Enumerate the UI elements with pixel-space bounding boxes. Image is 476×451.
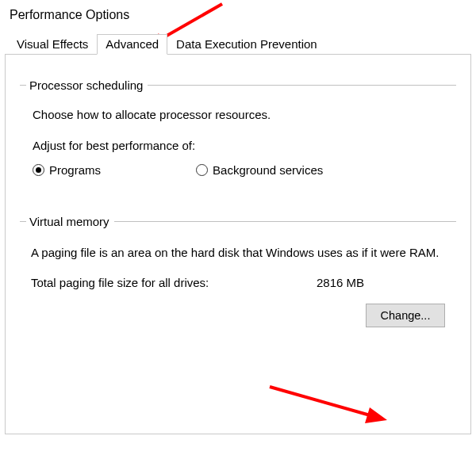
- total-paging-size-value: 2816 MB: [317, 276, 364, 289]
- change-button[interactable]: Change...: [366, 304, 445, 327]
- group-processor-scheduling: Processor scheduling Choose how to alloc…: [20, 78, 456, 183]
- group-legend-processor-scheduling: Processor scheduling: [26, 78, 148, 92]
- group-virtual-memory: Virtual memory A paging file is an area …: [20, 215, 456, 337]
- window-title: Performance Options: [0, 0, 476, 29]
- processor-scheduling-description: Choose how to allocate processor resourc…: [33, 108, 450, 121]
- tab-data-execution-prevention[interactable]: Data Execution Prevention: [167, 34, 326, 55]
- tab-visual-effects[interactable]: Visual Effects: [8, 34, 97, 55]
- radio-background-services[interactable]: Background services: [196, 163, 323, 177]
- radio-dot-icon: [33, 164, 44, 176]
- tab-strip: Visual Effects Advanced Data Execution P…: [5, 33, 476, 54]
- tab-panel-advanced: Processor scheduling Choose how to alloc…: [5, 54, 471, 434]
- adjust-performance-label: Adjust for best performance of:: [33, 139, 450, 152]
- tab-advanced[interactable]: Advanced: [97, 34, 167, 55]
- group-legend-virtual-memory: Virtual memory: [26, 215, 114, 228]
- total-paging-size-label: Total paging file size for all drives:: [31, 276, 317, 289]
- radio-dot-icon: [196, 164, 208, 176]
- virtual-memory-description: A paging file is an area on the hard dis…: [31, 244, 445, 262]
- radio-programs-label: Programs: [49, 163, 101, 177]
- radio-programs[interactable]: Programs: [33, 163, 101, 177]
- radio-background-label: Background services: [213, 163, 323, 177]
